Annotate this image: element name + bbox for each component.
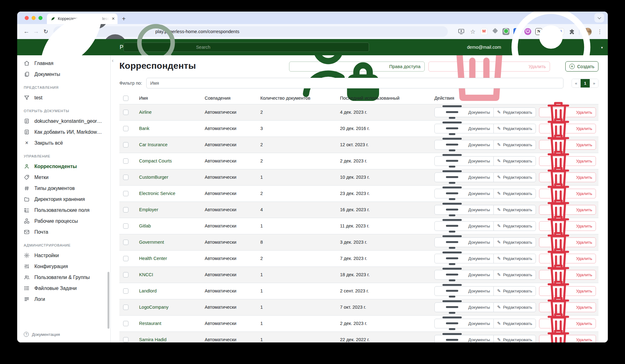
last-used-value: 23 дек. 2023 г. — [340, 191, 370, 196]
row-edit-button[interactable]: Редактировать — [493, 319, 536, 328]
last-used-value: 4 дек. 2023 г. — [340, 110, 367, 115]
row-edit-button[interactable]: Редактировать — [493, 286, 536, 296]
correspondent-name-link[interactable]: Car Insurance — [139, 142, 168, 147]
correspondent-name-link[interactable]: KNCCI — [139, 272, 153, 277]
column-header-name[interactable]: Имя — [137, 93, 202, 104]
sidebar-item-document-types[interactable]: Типы документов — [17, 183, 110, 194]
row-checkbox[interactable] — [123, 305, 128, 310]
sidebar-item-correspondents[interactable]: Корреспонденты — [17, 161, 110, 172]
sidebar-item-label: Конфигурация — [34, 264, 68, 269]
row-edit-button[interactable]: Редактировать — [493, 189, 536, 198]
row-edit-button[interactable]: Редактировать — [493, 172, 536, 182]
correspondent-name-link[interactable]: Restaurant — [139, 321, 161, 326]
row-edit-button[interactable]: Редактировать — [493, 270, 536, 280]
sidebar-item-documentation[interactable]: ? Документация — [17, 330, 110, 339]
row-checkbox[interactable] — [123, 272, 128, 277]
permissions-button[interactable]: Права доступа — [289, 62, 425, 72]
row-edit-button[interactable]: Редактировать — [493, 205, 536, 215]
row-edit-button[interactable]: Редактировать — [493, 302, 536, 312]
row-checkbox[interactable] — [123, 207, 128, 212]
sidebar-item-file-tasks[interactable]: Файловые Задачи — [17, 283, 110, 294]
correspondent-name-link[interactable]: Landlord — [139, 288, 157, 293]
correspondent-name-link[interactable]: Airline — [139, 110, 152, 115]
correspondent-name-link[interactable]: LogoCompany — [139, 305, 168, 310]
row-edit-button[interactable]: Редактировать — [493, 124, 536, 133]
row-delete-label: Удалить — [576, 191, 592, 196]
global-search-input[interactable] — [196, 45, 366, 50]
row-checkbox[interactable] — [123, 142, 128, 147]
row-edit-button[interactable]: Редактировать — [493, 156, 536, 166]
row-checkbox[interactable] — [123, 223, 128, 229]
sidebar-item-configuration[interactable]: Конфигурация — [17, 261, 110, 272]
row-documents-button[interactable]: Документы — [434, 335, 494, 342]
select-all-checkbox[interactable] — [123, 96, 128, 101]
page-title: Корреспонденты — [119, 61, 196, 71]
pagination-current[interactable]: 1 — [580, 79, 590, 87]
row-checkbox[interactable] — [123, 256, 128, 261]
row-checkbox[interactable] — [123, 158, 128, 164]
row-edit-button[interactable]: Редактировать — [493, 254, 536, 263]
sidebar-scrollbar[interactable] — [108, 272, 109, 329]
sidebar-item-users-groups[interactable]: Пользователи & Группы — [17, 272, 110, 283]
row-edit-button[interactable]: Редактировать — [493, 221, 536, 231]
document-count-value: 2 — [260, 142, 263, 147]
sidebar-item-storage-paths[interactable]: Директория хранения — [17, 194, 110, 205]
global-search[interactable] — [123, 42, 369, 52]
row-checkbox[interactable] — [123, 337, 128, 342]
pagination-prev[interactable]: « — [572, 79, 580, 87]
column-header-matching[interactable]: Совпадения — [202, 93, 258, 104]
row-checkbox[interactable] — [123, 240, 128, 245]
sidebar-item-open-doc-markdown[interactable]: Как добавить ИИ, Markdown и др... — [17, 127, 110, 137]
bulk-delete-button[interactable]: Удалить — [428, 62, 550, 72]
sidebar-item-saved-view-test[interactable]: test — [17, 92, 110, 103]
sidebar-item-documents[interactable]: Документы — [17, 69, 110, 80]
correspondent-name-link[interactable]: Samira Hadid — [139, 337, 167, 342]
sidebar-item-close-all[interactable]: Закрыть всё — [17, 137, 110, 148]
pagination-next[interactable]: » — [590, 79, 598, 87]
filter-name-input[interactable] — [146, 78, 563, 88]
row-edit-button[interactable]: Редактировать — [493, 335, 536, 342]
row-delete-label: Удалить — [576, 142, 592, 147]
row-documents-label: Документы — [468, 224, 490, 228]
correspondent-name-link[interactable]: Health Center — [139, 256, 167, 261]
correspondent-name-link[interactable]: Government — [139, 240, 164, 245]
row-checkbox[interactable] — [123, 288, 128, 294]
chevron-down-icon — [601, 45, 603, 50]
sidebar-item-custom-fields[interactable]: Пользовательские поля — [17, 205, 110, 216]
sidebar-item-tags[interactable]: Метки — [17, 172, 110, 183]
row-edit-button[interactable]: Редактировать — [493, 107, 536, 117]
table-row-customburger: CustomBurger Автоматически 1 10 дек. 202… — [119, 169, 598, 185]
correspondent-name-link[interactable]: Electronic Service — [139, 191, 175, 196]
sidebar-item-mail[interactable]: Почта — [17, 227, 110, 237]
install-app-icon[interactable] — [458, 28, 465, 35]
row-edit-button[interactable]: Редактировать — [493, 237, 536, 247]
correspondent-name-link[interactable]: CustomBurger — [139, 175, 168, 180]
table-row-gitlab: Gitlab Автоматически 1 11 дек. 2023 г. Д… — [119, 218, 598, 234]
sidebar-item-home[interactable]: Главная — [17, 58, 110, 69]
matching-value: Автоматически — [205, 158, 236, 163]
row-delete-label: Удалить — [576, 272, 592, 277]
row-edit-label: Редактировать — [503, 289, 532, 293]
row-checkbox[interactable] — [123, 175, 128, 180]
row-edit-label: Редактировать — [503, 224, 532, 228]
sidebar-collapse-button[interactable] — [112, 58, 113, 63]
sidebar-item-settings[interactable]: Настройки — [17, 250, 110, 261]
correspondent-name-link[interactable]: Employer — [139, 207, 158, 212]
correspondent-name-link[interactable]: Gitlab — [139, 223, 151, 228]
row-checkbox[interactable] — [123, 126, 128, 131]
row-checkbox[interactable] — [123, 321, 128, 326]
sidebar-item-workflows[interactable]: Рабочие процессы — [17, 216, 110, 227]
correspondent-name-link[interactable]: Compact Courts — [139, 158, 172, 163]
sidebar-item-logs[interactable]: Логи — [17, 294, 110, 305]
row-edit-label: Редактировать — [503, 305, 532, 310]
matching-value: Автоматически — [205, 321, 236, 326]
row-delete-button[interactable]: Удалить — [539, 335, 596, 342]
sidebar-item-icon — [24, 174, 30, 180]
row-checkbox[interactable] — [123, 191, 128, 196]
row-edit-label: Редактировать — [503, 321, 532, 326]
row-edit-button[interactable]: Редактировать — [493, 140, 536, 150]
sidebar-item-open-doc-dokuchaev[interactable]: dokuchaev_konstantin_georgievic... — [17, 116, 110, 127]
row-checkbox[interactable] — [123, 110, 128, 115]
correspondent-name-link[interactable]: Bank — [139, 126, 149, 131]
create-button[interactable]: Создать — [565, 61, 598, 72]
